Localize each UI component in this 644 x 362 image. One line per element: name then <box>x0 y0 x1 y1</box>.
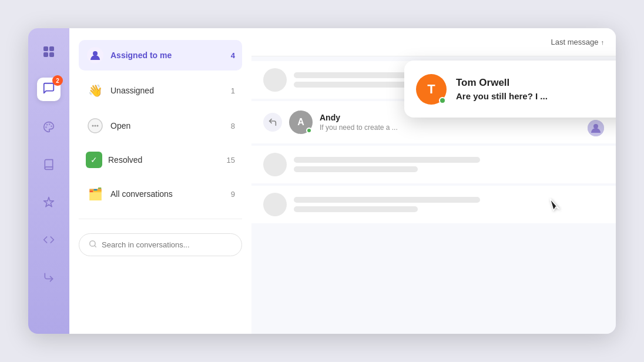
conv-item-unassigned[interactable]: 👋 Unassigned 1 <box>79 75 242 106</box>
main-panel: Last message ↑ A <box>251 28 616 334</box>
assigned-icon <box>86 46 105 65</box>
app-container: 2 <box>28 28 616 334</box>
notification-badge: 2 <box>52 75 63 86</box>
search-box[interactable] <box>79 233 242 256</box>
popup-avatar: T <box>416 74 447 105</box>
conv-count-resolved: 15 <box>227 156 235 165</box>
svg-line-11 <box>95 246 96 247</box>
svg-point-8 <box>95 125 96 127</box>
skeleton-line <box>294 206 418 212</box>
unassigned-icon: 👋 <box>86 81 105 100</box>
conv-count-unassigned: 1 <box>231 86 235 95</box>
sidebar: 2 <box>28 28 69 334</box>
conv-label-all: All conversations <box>110 189 225 199</box>
conv-label-unassigned: Unassigned <box>110 86 225 95</box>
conv-item-open[interactable]: Open 8 <box>79 110 242 141</box>
sidebar-icon-palette[interactable] <box>37 115 61 139</box>
sidebar-icon-chat[interactable]: 2 <box>37 78 61 101</box>
svg-point-0 <box>49 124 50 125</box>
skeleton-avatar <box>263 153 287 176</box>
conv-count-assigned: 4 <box>231 51 235 60</box>
sort-label-text: Last message <box>551 38 599 46</box>
popup-online-dot <box>439 97 446 104</box>
skeleton-row-3 <box>251 186 616 223</box>
svg-point-13 <box>593 124 598 129</box>
sidebar-icon-sparkle[interactable] <box>37 190 61 214</box>
svg-point-7 <box>92 125 94 127</box>
popup-avatar-letter: T <box>427 82 435 97</box>
skeleton-avatar <box>263 68 287 92</box>
conv-item-assigned[interactable]: Assigned to me 4 <box>79 40 242 71</box>
sort-arrow-icon: ↑ <box>601 39 605 46</box>
chat-avatar-andy: A <box>289 110 313 134</box>
search-input[interactable] <box>102 240 232 249</box>
conv-label-resolved: Resolved <box>108 155 221 165</box>
sidebar-icon-code[interactable] <box>37 228 61 252</box>
popup-name: Tom Orwell <box>456 77 616 89</box>
conv-item-resolved[interactable]: ✓ Resolved 15 <box>79 146 242 174</box>
conv-label-assigned: Assigned to me <box>110 51 225 60</box>
resolved-icon: ✓ <box>86 152 102 168</box>
sidebar-icon-share[interactable] <box>37 266 61 289</box>
online-indicator <box>306 128 312 133</box>
open-icon <box>86 116 105 135</box>
main-header: Last message ↑ <box>251 28 616 56</box>
popup-content: Tom Orwell Are you still here? I ... <box>456 77 616 101</box>
conv-count-open: 8 <box>231 122 235 130</box>
sidebar-icon-book[interactable] <box>37 153 61 176</box>
conv-item-all[interactable]: 🗂️ All conversations 9 <box>79 179 242 209</box>
search-icon <box>89 240 97 250</box>
skeleton-lines <box>294 157 604 172</box>
skeleton-line <box>294 82 418 88</box>
chat-user-avatar-andy <box>588 120 604 136</box>
conv-count-all: 9 <box>231 190 235 199</box>
skeleton-avatar <box>263 193 287 216</box>
svg-point-3 <box>46 127 46 128</box>
sidebar-icon-grid[interactable] <box>37 40 61 63</box>
skeleton-row-2 <box>251 146 616 183</box>
popup-card[interactable]: T Tom Orwell Are you still here? I ... n… <box>404 61 616 118</box>
skeleton-line <box>294 197 480 203</box>
divider <box>79 219 242 219</box>
conv-label-open: Open <box>110 121 225 130</box>
chat-preview-andy: If you need to create a ... <box>320 123 580 132</box>
skeleton-line <box>294 166 418 172</box>
svg-point-5 <box>93 51 98 56</box>
skeleton-line <box>294 157 480 163</box>
popup-message: Are you still here? I ... <box>456 91 616 101</box>
all-icon: 🗂️ <box>86 185 105 203</box>
svg-point-9 <box>97 125 99 127</box>
sort-selector[interactable]: Last message ↑ <box>551 38 604 46</box>
skeleton-lines <box>294 197 604 212</box>
svg-point-2 <box>47 125 48 125</box>
conv-panel: Assigned to me 4 👋 Unassigned 1 Open 8 <box>69 28 251 334</box>
reply-icon <box>263 113 282 132</box>
svg-point-1 <box>51 126 52 126</box>
